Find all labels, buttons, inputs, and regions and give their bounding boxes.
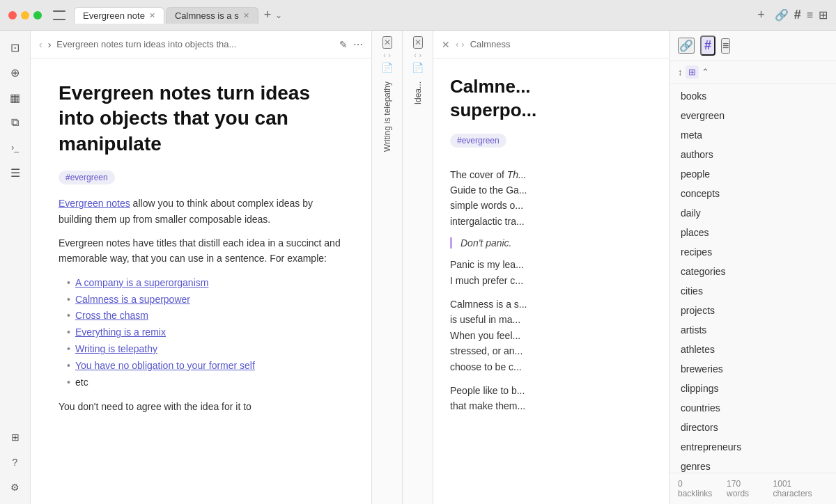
right-panel-footer: 0 backlinks 170 words 1001 characters (669, 473, 836, 504)
panel-para-2: Panic is my lea...I much prefer c... (450, 257, 653, 288)
tag-item-concepts[interactable]: concepts (669, 184, 836, 203)
mini-panel-idea-forward[interactable]: › (419, 52, 421, 59)
tab-close-icon[interactable]: ✕ (149, 11, 155, 20)
tag-item-people[interactable]: people (669, 164, 836, 184)
mini-panel-writing: ✕ ‹ › 📄 Writing is telepathy (372, 31, 403, 504)
note-title: Evergreen notes turn ideas into objects … (59, 81, 343, 157)
mini-panel-close-button[interactable]: ✕ (382, 36, 392, 49)
link-cross-chasm[interactable]: Cross the chasm (75, 310, 148, 321)
panel-para-1: The cover of Th...Guide to the Ga...simp… (450, 167, 653, 230)
tag-item-directors[interactable]: directors (669, 418, 836, 437)
sort-collapse-button[interactable]: ⌃ (702, 67, 709, 77)
right-link-icon[interactable]: 🔗 (678, 38, 695, 54)
edit-button[interactable]: ✎ (339, 39, 348, 50)
mini-panel-idea-back[interactable]: ‹ (414, 52, 416, 59)
back-button[interactable]: ‹ (39, 39, 42, 50)
sort-grid-button[interactable]: ⊞ (686, 65, 699, 79)
link-everything-remix[interactable]: Everything is a remix (75, 326, 166, 338)
sidebar-icon-help[interactable]: ? (4, 451, 26, 473)
new-window-tab-button[interactable]: + (753, 6, 769, 24)
expanded-panel-close[interactable]: ✕ (442, 39, 450, 50)
tag-item-recipes[interactable]: recipes (669, 242, 836, 262)
list-item: You have no obligation to your former se… (67, 358, 343, 375)
close-button[interactable] (8, 11, 17, 19)
new-tab-button[interactable]: + (260, 6, 276, 24)
mini-panel-back[interactable]: ‹ (383, 52, 385, 59)
forward-button[interactable]: › (48, 39, 52, 50)
stacked-panels: ✕ ‹ › 📄 Writing is telepathy ✕ ‹ › 📄 Ide… (372, 31, 669, 504)
minimize-button[interactable] (21, 11, 29, 19)
link-icon-button[interactable]: 🔗 (775, 8, 789, 22)
doc-icon: 📄 (381, 62, 393, 73)
panel-back[interactable]: ‹ (456, 39, 458, 49)
tab-evergreen[interactable]: Evergreen note ✕ (74, 7, 164, 24)
link-calmness-superpower[interactable]: Calmness is a superpower (75, 294, 190, 305)
panel-para-3: Calmness is a s...is useful in ma...When… (450, 297, 653, 375)
note-breadcrumb: Evergreen notes turn ideas into objects … (56, 39, 334, 49)
sidebar-icon-list[interactable]: ☰ (4, 162, 26, 184)
mini-panel-idea-title[interactable]: Idea... (413, 81, 423, 104)
panel-forward[interactable]: › (461, 39, 464, 49)
titlebar-right: 🔗 # ≡ ⊞ (775, 8, 828, 22)
menu-icon-button[interactable]: ≡ (807, 9, 813, 22)
sidebar-icon-import[interactable]: ⊞ (4, 426, 26, 448)
sidebar-icon-terminal[interactable]: ›_ (4, 136, 26, 159)
note-footer-text: You don't need to agree with the idea fo… (59, 399, 343, 414)
link-writing-telepathy[interactable]: Writing is telepathy (75, 343, 157, 354)
sidebar-icon-pages[interactable]: ⊡ (4, 36, 26, 58)
tag-item-evergreen[interactable]: evergreen (669, 106, 836, 125)
tab-calmness[interactable]: Calmness is a s ✕ (166, 7, 258, 24)
tag-item-meta[interactable]: meta (669, 125, 836, 145)
tag-item-countries[interactable]: countries (669, 398, 836, 418)
sidebar-icon-notes[interactable]: ⧉ (4, 111, 26, 134)
tag-badge-evergreen[interactable]: #evergreen (59, 171, 115, 184)
panel-title: Calmness (470, 39, 661, 49)
tag-item-places[interactable]: places (669, 223, 836, 242)
mini-panel-title[interactable]: Writing is telepathy (382, 81, 392, 152)
mini-panel-forward[interactable]: › (389, 52, 391, 59)
tab-close-icon[interactable]: ✕ (243, 11, 249, 20)
backlinks-count: 0 backlinks (678, 479, 715, 498)
more-button[interactable]: ⋯ (353, 39, 363, 50)
tag-item-categories[interactable]: categories (669, 262, 836, 281)
hash-icon-button[interactable]: # (794, 8, 801, 22)
tag-item-projects[interactable]: projects (669, 301, 836, 320)
tag-item-breweries[interactable]: breweries (669, 359, 836, 379)
panel-nav: ‹ › (456, 39, 465, 49)
panel-content: Calmne...superpo... #evergreen The cover… (433, 58, 669, 504)
right-tag-panel: 🔗 # ≡ ↕ ⊞ ⌃ books evergreen meta authors… (669, 31, 836, 504)
tag-item-genres[interactable]: genres (669, 457, 836, 473)
layout-icon-button[interactable]: ⊞ (819, 8, 828, 22)
list-item: Calmness is a superpower (67, 292, 343, 308)
sidebar-icon-calendar[interactable]: ▦ (4, 86, 26, 109)
sort-toolbar: ↕ ⊞ ⌃ (669, 61, 836, 84)
right-hash-icon[interactable]: # (700, 36, 715, 56)
link-no-obligation[interactable]: You have no obligation to your former se… (75, 360, 255, 371)
doc-icon-idea: 📄 (412, 62, 424, 73)
maximize-button[interactable] (33, 11, 42, 19)
note-toolbar: ‹ › Evergreen notes turn ideas into obje… (31, 31, 371, 58)
content-area: ‹ › Evergreen notes turn ideas into obje… (31, 31, 836, 504)
tag-item-daily[interactable]: daily (669, 203, 836, 223)
tag-item-artists[interactable]: artists (669, 320, 836, 340)
link-company-superorganism[interactable]: A company is a superorganism (75, 277, 208, 288)
right-menu-icon[interactable]: ≡ (721, 38, 730, 54)
traffic-lights (8, 11, 42, 19)
sort-az-button[interactable]: ↕ (678, 67, 683, 77)
panel-tag-badge[interactable]: #evergreen (450, 134, 506, 148)
tag-item-athletes[interactable]: athletes (669, 340, 836, 359)
tag-item-books[interactable]: books (669, 86, 836, 106)
tabs-overflow-button[interactable]: ⌄ (275, 10, 282, 20)
sidebar-toggle-button[interactable] (53, 10, 65, 20)
char-count: 1001 characters (773, 479, 828, 498)
note-paragraph-1: Evergreen notes allow you to think about… (59, 196, 343, 227)
sidebar-icon-graph[interactable]: ⊕ (4, 61, 26, 84)
mini-panel-idea-close[interactable]: ✕ (413, 36, 423, 49)
tag-item-entrepreneurs[interactable]: entrepreneurs (669, 437, 836, 457)
tag-item-cities[interactable]: cities (669, 281, 836, 301)
tag-item-clippings[interactable]: clippings (669, 379, 836, 398)
panel-blockquote: Don't panic. (450, 237, 653, 249)
evergreen-notes-link[interactable]: Evergreen notes (59, 198, 130, 209)
tag-item-authors[interactable]: authors (669, 145, 836, 164)
sidebar-icon-settings[interactable]: ⚙ (4, 476, 26, 498)
